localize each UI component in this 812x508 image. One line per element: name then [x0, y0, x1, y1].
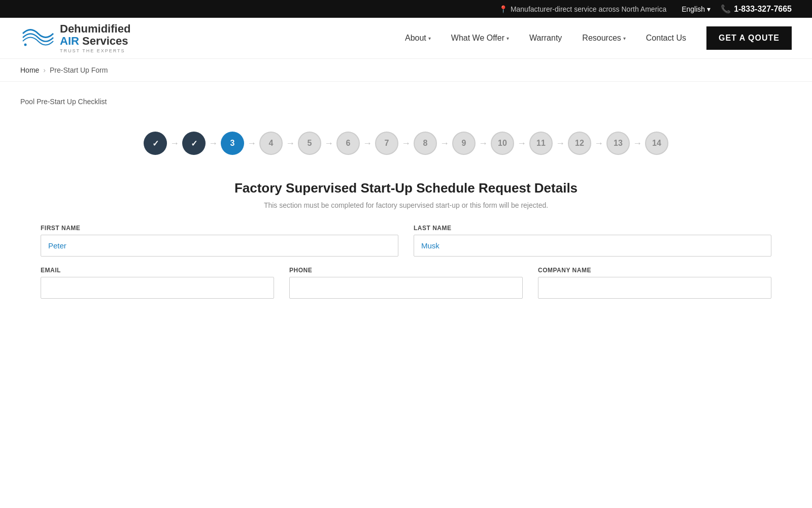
form-title: Factory Supervised Start-Up Schedule Req… — [41, 180, 771, 196]
logo-text: Dehumidified AIR Services — [60, 23, 130, 47]
chevron-down-icon: ▾ — [506, 36, 509, 41]
last-name-input[interactable] — [414, 235, 771, 257]
chevron-down-icon: ▾ — [428, 36, 431, 41]
get-quote-button[interactable]: GET A QOUTE — [706, 26, 792, 50]
checkmark-icon — [191, 139, 197, 148]
name-row: FIRST NAME LAST NAME — [41, 225, 771, 257]
page-label: Pool Pre-Start Up Checklist — [20, 98, 107, 106]
main-nav: About ▾ What We Offer ▾ Warranty Resourc… — [395, 26, 792, 50]
step-13[interactable]: 13 — [606, 132, 630, 155]
step-14[interactable]: 14 — [645, 132, 668, 155]
form-section: Factory Supervised Start-Up Schedule Req… — [0, 170, 812, 329]
checkmark-icon — [152, 139, 159, 148]
nav-about[interactable]: About ▾ — [395, 28, 441, 48]
first-name-group: FIRST NAME — [41, 225, 398, 257]
step-9[interactable]: 9 — [452, 132, 476, 155]
nav-what-we-offer[interactable]: What We Offer ▾ — [441, 28, 519, 48]
last-name-label: LAST NAME — [414, 225, 771, 232]
arrow-icon: → — [286, 138, 295, 149]
logo-air: AIR — [60, 35, 79, 47]
logo-wave-icon — [20, 23, 56, 53]
arrow-icon: → — [401, 138, 411, 149]
breadcrumb-home[interactable]: Home — [20, 66, 39, 74]
email-group: EMAIL — [41, 267, 274, 299]
arrow-icon: → — [556, 138, 565, 149]
page-section: Pool Pre-Start Up Checklist — [0, 82, 812, 106]
step-7[interactable]: 7 — [375, 132, 398, 155]
step-6[interactable]: 6 — [336, 132, 360, 155]
arrow-icon: → — [440, 138, 449, 149]
nav-resources[interactable]: Resources ▾ — [572, 28, 635, 48]
step-1[interactable] — [144, 132, 167, 155]
company-input[interactable] — [538, 277, 771, 299]
location-info: 📍 Manufacturer-direct service across Nor… — [499, 5, 666, 13]
top-bar-right: English ▾ 📞 1-833-327-7665 — [682, 4, 792, 14]
phone-label: PHONE — [289, 267, 523, 274]
top-bar: 📍 Manufacturer-direct service across Nor… — [0, 0, 812, 18]
chevron-down-icon: ▾ — [623, 36, 626, 41]
arrow-icon: → — [633, 138, 642, 149]
arrow-icon: → — [594, 138, 603, 149]
step-4[interactable]: 4 — [259, 132, 283, 155]
phone-icon: 📞 — [721, 4, 731, 14]
logo-tagline: TRUST THE EXPERTS — [60, 48, 130, 53]
arrow-icon: → — [247, 138, 256, 149]
email-input[interactable] — [41, 277, 274, 299]
breadcrumb-separator: › — [43, 66, 46, 74]
phone-input[interactable] — [289, 277, 523, 299]
company-label: COMPANY NAME — [538, 267, 771, 274]
arrow-icon: → — [479, 138, 488, 149]
phone-group: PHONE — [289, 267, 523, 299]
arrow-icon: → — [170, 138, 179, 149]
company-group: COMPANY NAME — [538, 267, 771, 299]
chevron-down-icon: ▾ — [707, 5, 710, 13]
arrow-icon: → — [209, 138, 218, 149]
arrow-icon: → — [363, 138, 372, 149]
breadcrumb-current: Pre-Start Up Form — [50, 66, 108, 74]
first-name-input[interactable] — [41, 235, 398, 257]
location-icon: 📍 — [499, 5, 507, 13]
language-selector[interactable]: English ▾ — [682, 5, 710, 13]
first-name-label: FIRST NAME — [41, 225, 398, 232]
nav-contact-us[interactable]: Contact Us — [636, 28, 696, 48]
phone-text: 1-833-327-7665 — [734, 5, 792, 14]
logo-dehumidified: Dehumidified — [60, 22, 130, 35]
step-12[interactable]: 12 — [568, 132, 591, 155]
logo-services: Services — [79, 35, 128, 47]
nav-warranty[interactable]: Warranty — [519, 28, 572, 48]
breadcrumb: Home › Pre-Start Up Form — [0, 59, 812, 82]
logo[interactable]: Dehumidified AIR Services TRUST THE EXPE… — [20, 23, 130, 53]
email-label: EMAIL — [41, 267, 274, 274]
language-label: English — [682, 5, 705, 13]
step-8[interactable]: 8 — [414, 132, 437, 155]
site-header: Dehumidified AIR Services TRUST THE EXPE… — [0, 18, 812, 59]
arrow-icon: → — [324, 138, 333, 149]
step-5[interactable]: 5 — [298, 132, 321, 155]
svg-point-0 — [24, 43, 27, 46]
form-subtitle: This section must be completed for facto… — [41, 201, 771, 209]
stepper: → → 3 → 4 → 5 → 6 → 7 → 8 → 9 → 10 → 11 … — [0, 106, 812, 170]
contact-row: EMAIL PHONE COMPANY NAME — [41, 267, 771, 299]
step-3[interactable]: 3 — [221, 132, 244, 155]
step-2[interactable] — [182, 132, 206, 155]
last-name-group: LAST NAME — [414, 225, 771, 257]
phone-number[interactable]: 📞 1-833-327-7665 — [721, 4, 792, 14]
location-text: Manufacturer-direct service across North… — [511, 5, 666, 13]
step-10[interactable]: 10 — [491, 132, 514, 155]
step-11[interactable]: 11 — [529, 132, 553, 155]
arrow-icon: → — [517, 138, 526, 149]
